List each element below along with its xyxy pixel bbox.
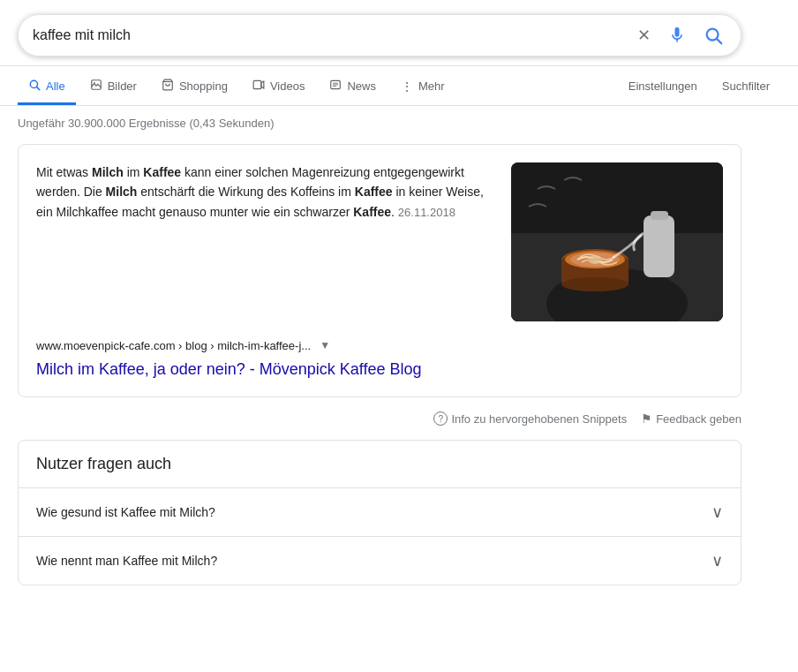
- flag-icon: ⚑: [641, 412, 652, 426]
- paa-question-0: Wie gesund ist Kaffee mit Milch?: [36, 505, 215, 519]
- chevron-down-icon: ▼: [320, 339, 330, 351]
- mehr-tab-icon: ⋮: [401, 79, 413, 94]
- nav-right: Einstellungen Suchfilter: [618, 71, 780, 104]
- svg-rect-7: [253, 80, 261, 88]
- chevron-down-icon-0: ∨: [711, 502, 723, 522]
- svg-point-21: [561, 277, 629, 291]
- results-count: Ungefähr 30.900.000 Ergebnisse (0,43 Sek…: [18, 117, 742, 130]
- results-area: Ungefähr 30.900.000 Ergebnisse (0,43 Sek…: [0, 106, 759, 603]
- snippet-date: 26.11.2018: [398, 206, 455, 219]
- info-snippets-label: Info zu hervorgehobenen Snippets: [451, 412, 627, 426]
- svg-marker-8: [261, 81, 264, 88]
- paa-item-1[interactable]: Wie nennt man Kaffee mit Milch? ∨: [19, 537, 741, 585]
- einstellungen-label: Einstellungen: [629, 79, 697, 93]
- tab-shopping-label: Shopping: [179, 79, 228, 93]
- snippet-result-link[interactable]: Milch im Kaffee, ja oder nein? - Mövenpi…: [36, 360, 422, 378]
- clear-button[interactable]: ✕: [634, 22, 654, 49]
- snippet-source: www.moevenpick-cafe.com › blog › milch-i…: [36, 336, 723, 355]
- clear-icon: ✕: [637, 26, 651, 45]
- snippet-text: Mit etwas Milch im Kaffee kann einer sol…: [36, 162, 493, 321]
- suchfilter-link[interactable]: Suchfilter: [711, 71, 780, 104]
- search-icons: ✕: [634, 22, 726, 49]
- tab-bilder-label: Bilder: [108, 79, 137, 93]
- paa-item-0[interactable]: Wie gesund ist Kaffee mit Milch? ∨: [19, 488, 741, 537]
- tab-alle[interactable]: Alle: [18, 70, 76, 105]
- snippet-url-dropdown-button[interactable]: ▼: [316, 336, 334, 355]
- tab-videos[interactable]: Videos: [242, 70, 316, 105]
- paa-title: Nutzer fragen auch: [19, 441, 741, 488]
- nav-tabs: Alle Bilder Shopping Video: [0, 66, 798, 106]
- tab-bilder[interactable]: Bilder: [79, 70, 147, 105]
- snippet-content: Mit etwas Milch im Kaffee kann einer sol…: [36, 162, 723, 321]
- chevron-down-icon-1: ∨: [711, 551, 723, 570]
- snippet-image: [511, 162, 723, 321]
- tab-videos-label: Videos: [270, 79, 305, 93]
- svg-rect-18: [651, 211, 668, 220]
- image-tab-icon: [90, 79, 102, 94]
- paa-question-1: Wie nennt man Kaffee mit Milch?: [36, 554, 217, 568]
- snippet-footer: ? Info zu hervorgehobenen Snippets ⚑ Fee…: [18, 408, 742, 429]
- einstellungen-link[interactable]: Einstellungen: [618, 71, 708, 104]
- tab-mehr-label: Mehr: [418, 79, 445, 93]
- feedback-button[interactable]: ⚑ Feedback geben: [641, 412, 742, 426]
- search-input[interactable]: [33, 27, 634, 43]
- info-snippets-button[interactable]: ? Info zu hervorgehobenen Snippets: [433, 412, 627, 426]
- tab-mehr[interactable]: ⋮ Mehr: [390, 71, 455, 105]
- search-tab-icon: [28, 79, 41, 94]
- snippet-link: Milch im Kaffee, ja oder nein? - Mövenpi…: [36, 360, 723, 379]
- featured-snippet-card: Mit etwas Milch im Kaffee kann einer sol…: [18, 144, 742, 397]
- mic-icon: [668, 26, 686, 44]
- svg-rect-17: [644, 215, 674, 277]
- tab-shopping[interactable]: Shopping: [151, 70, 238, 105]
- snippet-url: www.moevenpick-cafe.com › blog › milch-i…: [36, 339, 311, 352]
- video-tab-icon: [252, 79, 265, 94]
- search-submit-button[interactable]: [700, 22, 726, 49]
- shopping-tab-icon: [162, 79, 174, 94]
- paa-section: Nutzer fragen auch Wie gesund ist Kaffee…: [18, 440, 742, 585]
- search-icon: [704, 26, 723, 45]
- svg-line-3: [37, 87, 40, 90]
- tab-news[interactable]: News: [319, 70, 387, 105]
- svg-line-1: [717, 39, 721, 43]
- search-bar-area: ✕: [0, 0, 798, 66]
- feedback-label: Feedback geben: [656, 412, 742, 426]
- mic-button[interactable]: [665, 23, 689, 48]
- tab-news-label: News: [347, 79, 376, 93]
- tab-alle-label: Alle: [46, 79, 65, 93]
- suchfilter-label: Suchfilter: [722, 79, 770, 93]
- news-tab-icon: [329, 79, 342, 94]
- info-icon: ?: [433, 412, 448, 426]
- search-bar: ✕: [18, 14, 742, 57]
